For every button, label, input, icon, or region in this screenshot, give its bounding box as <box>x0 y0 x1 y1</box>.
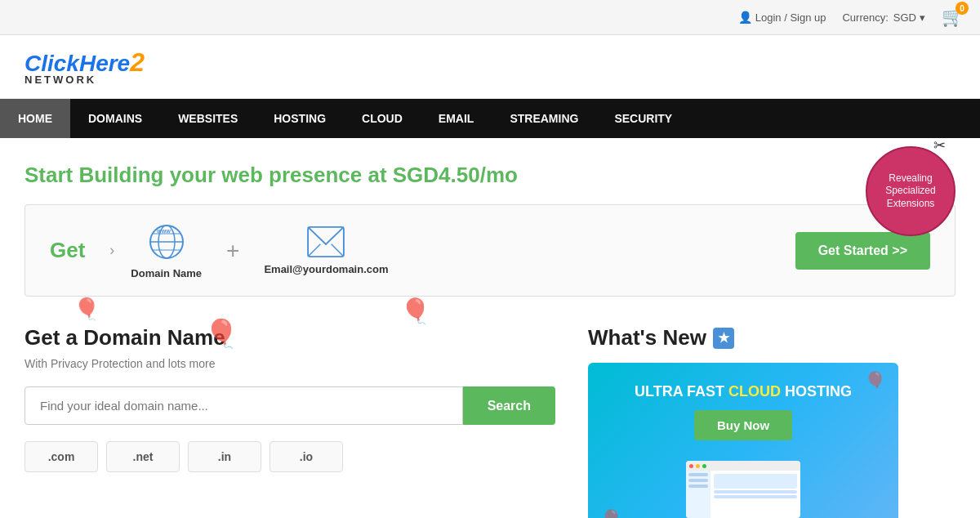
get-started-box: Get › WWW Domain Name + Email@your <box>24 204 956 297</box>
email-label: Email@yourdomain.com <box>264 263 388 275</box>
tld-row: .com .net .in .io <box>24 441 555 472</box>
login-label: Login / Sign up <box>755 11 826 24</box>
main-content: 🎈 🎈 🎈 Get a Domain Name With Privacy Pro… <box>0 325 980 518</box>
login-link[interactable]: 👤 Login / Sign up <box>738 11 826 24</box>
logo-num: 2 <box>130 47 145 77</box>
browser-main-block <box>714 474 797 489</box>
balloon-pink-icon: 🎈 <box>74 297 100 322</box>
browser-main <box>710 471 800 518</box>
svg-line-8 <box>332 244 344 257</box>
tld-in[interactable]: .in <box>188 441 261 472</box>
hosting-banner: ULTRA FAST CLOUD HOSTING Buy Now <box>588 363 898 518</box>
main-nav: HOME DOMAINS WEBSITES HOSTING CLOUD EMAI… <box>0 99 980 138</box>
currency-label: Currency: <box>842 11 888 24</box>
email-item: Email@yourdomain.com <box>264 226 388 275</box>
domain-section: 🎈 🎈 🎈 Get a Domain Name With Privacy Pro… <box>24 325 555 518</box>
browser-dot-yellow <box>696 464 700 468</box>
whats-new-title: What's New ★ <box>588 325 898 351</box>
badge-text: Revealing Specialized Extensions <box>882 172 939 211</box>
chevron-down-icon: ▾ <box>920 11 925 24</box>
svg-line-7 <box>309 244 321 257</box>
banner-title: ULTRA FAST CLOUD HOSTING <box>604 383 882 400</box>
domain-search-button[interactable]: Search <box>463 386 555 425</box>
banner-suffix: HOSTING <box>781 383 852 400</box>
tld-io[interactable]: .io <box>270 441 343 472</box>
browser-bar-1 <box>714 490 797 493</box>
balloon-green-icon: 🎈 <box>204 317 238 350</box>
domain-label: Domain Name <box>131 267 202 279</box>
hero-section: Start Building your web presence at SGD4… <box>0 138 980 325</box>
currency-selector: Currency: SGD ▾ <box>842 11 925 24</box>
cart-button[interactable]: 🛒 0 <box>942 7 964 28</box>
browser-bar <box>686 461 800 471</box>
get-label: Get <box>50 238 85 263</box>
nav-cloud[interactable]: CLOUD <box>344 99 421 138</box>
globe-icon: WWW <box>146 221 187 262</box>
browser-sidebar <box>686 471 710 518</box>
banner-prefix: ULTRA FAST <box>635 383 728 400</box>
star-badge: ★ <box>713 328 734 349</box>
domain-search-input[interactable] <box>24 386 463 425</box>
email-icon <box>305 226 346 258</box>
domain-section-title: Get a Domain Name <box>24 325 555 351</box>
buy-now-button[interactable]: Buy Now <box>694 410 792 440</box>
domain-section-subtitle: With Privacy Protection and lots more <box>24 357 555 370</box>
tld-net[interactable]: .net <box>106 441 180 472</box>
arrow-icon: › <box>109 242 114 259</box>
nav-websites[interactable]: WEBSITES <box>160 99 256 138</box>
banner-highlight: CLOUD <box>728 383 781 400</box>
currency-value: SGD <box>893 11 916 24</box>
extensions-badge[interactable]: Revealing Specialized Extensions <box>866 146 956 236</box>
person-icon: 👤 <box>738 11 752 24</box>
logo[interactable]: ClickHere2 NETWORK <box>24 47 145 86</box>
banner-balloon-orange-icon: 🎈 <box>864 371 886 392</box>
hero-title-prefix: Start Building your web presence at <box>24 163 393 187</box>
top-bar: 👤 Login / Sign up Currency: SGD ▾ 🛒 0 <box>0 0 980 35</box>
browser-dot-green <box>702 464 706 468</box>
nav-home[interactable]: HOME <box>0 99 70 138</box>
domain-search-wrapper: Search <box>24 386 555 425</box>
plus-icon: + <box>226 238 239 264</box>
nav-domains[interactable]: DOMAINS <box>70 99 160 138</box>
site-header: ClickHere2 NETWORK <box>0 35 980 99</box>
nav-email[interactable]: EMAIL <box>421 99 492 138</box>
svg-text:WWW: WWW <box>157 229 171 234</box>
balloon-orange-icon: 🎈 <box>400 297 430 325</box>
get-started-button[interactable]: Get Started >> <box>795 232 930 270</box>
hero-title: Start Building your web presence at SGD4… <box>24 163 956 188</box>
logo-text: ClickHere <box>24 51 130 76</box>
domain-item: WWW Domain Name <box>131 221 202 279</box>
browser-bar-2 <box>714 495 797 498</box>
currency-dropdown[interactable]: SGD ▾ <box>893 11 925 24</box>
nav-streaming[interactable]: STREAMING <box>492 99 596 138</box>
hero-price: SGD4.50/mo <box>393 163 518 187</box>
nav-hosting[interactable]: HOSTING <box>256 99 344 138</box>
banner-balloon-icon: 🎈 <box>600 509 622 518</box>
cart-badge: 0 <box>956 2 969 15</box>
browser-mockup <box>686 461 800 518</box>
browser-dot-red <box>689 464 693 468</box>
nav-security[interactable]: SECURITY <box>596 99 690 138</box>
whats-new-section: What's New ★ ULTRA FAST CLOUD HOSTING Bu… <box>588 325 898 518</box>
whats-new-label: What's New <box>588 325 706 351</box>
browser-content <box>686 471 800 518</box>
tld-com[interactable]: .com <box>24 441 98 472</box>
